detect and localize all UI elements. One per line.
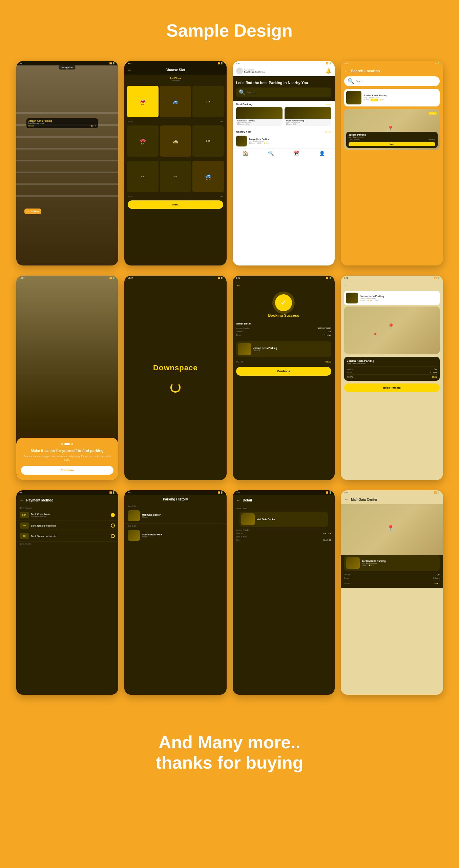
slot-item-empty1[interactable]: 🚙 bbox=[160, 86, 191, 117]
nav-profile[interactable]: 👤 bbox=[319, 151, 325, 156]
nearby-see-all[interactable]: See All bbox=[325, 131, 331, 133]
nearby-jordan-info: Jordan Keria Parking Ivory Elephant stre… bbox=[249, 138, 269, 144]
slot-header: ← Choose Slot bbox=[124, 65, 227, 75]
dbc-times-label: Times bbox=[347, 371, 352, 373]
search-back-btn[interactable]: ← bbox=[344, 68, 349, 74]
mapdetail-thumb bbox=[346, 293, 358, 303]
slot-item-a02[interactable]: 🚗 A-02 bbox=[127, 86, 159, 117]
onboard-dots bbox=[21, 443, 114, 445]
nav-calendar[interactable]: 📅 bbox=[293, 151, 299, 156]
slot-item-b05[interactable]: B-05 bbox=[127, 161, 159, 192]
nav-home[interactable]: 🏠 bbox=[243, 151, 248, 156]
book-parking-btn[interactable]: Book Parking bbox=[344, 383, 440, 392]
payment-bank-bni[interactable]: BNI Bank Negara Indonesia bbox=[16, 520, 119, 531]
slot-grid-3: B-05 B-06 🚙 B-08 bbox=[124, 159, 227, 194]
booking-back-btn[interactable]: ← bbox=[236, 283, 241, 288]
payment-bank-bca[interactable]: BCA Bank Central Asia Ivory Elephant str… bbox=[16, 510, 119, 520]
slot-available: 4 Available bbox=[128, 80, 223, 82]
bsy-radio[interactable] bbox=[111, 534, 115, 538]
slot-item-b01[interactable]: 🚗 B-01 bbox=[127, 125, 159, 157]
detail-datetime-label: Date & Time bbox=[236, 536, 247, 538]
onboard-continue-btn[interactable]: Continue bbox=[21, 466, 114, 475]
best-parking-see-all[interactable]: See All bbox=[325, 103, 331, 105]
istana-thumb bbox=[128, 530, 140, 541]
find-avatar bbox=[236, 67, 243, 74]
mall-price: $4/Hours bbox=[286, 123, 292, 125]
slot-item-b08[interactable]: 🚙 B-08 bbox=[192, 161, 224, 192]
slot-b08-label: B-08 bbox=[206, 178, 210, 180]
slot-car-occ: 🚕 bbox=[172, 138, 178, 144]
best-parking-title: Best Parking bbox=[236, 103, 253, 106]
booking-thumb-row: Jordan Keria Parking Slot A-02 bbox=[236, 341, 332, 357]
mall-back-btn[interactable]: ← bbox=[344, 497, 349, 502]
bca-sub: Ivory Elephant street bbox=[31, 515, 50, 517]
slot-car-b08: 🚙 bbox=[205, 173, 211, 178]
gaia-info: Mall Gaia Center 4 hours bbox=[142, 514, 161, 518]
search-bar-yellow[interactable]: 🔍 bbox=[344, 76, 440, 86]
slot-item-a08[interactable]: A-08 bbox=[192, 86, 224, 117]
mapdetail-header: ← bbox=[341, 280, 443, 290]
bca-info: BCA Bank Central Asia Ivory Elephant str… bbox=[20, 512, 50, 518]
slot-car-b01: 🚗 bbox=[140, 137, 146, 142]
slot-back-btn[interactable]: ← bbox=[128, 68, 132, 73]
search-result-card[interactable]: Jordan Keria Parking Ivory Elephant stre… bbox=[344, 89, 440, 106]
search-input-yellow[interactable] bbox=[356, 80, 436, 82]
mall-times-value: 4 Hours bbox=[433, 577, 439, 579]
booking-total-row: TOTAL $2.00 bbox=[233, 359, 335, 364]
bni-logo: BNI bbox=[20, 522, 29, 529]
dot-2-active bbox=[64, 443, 70, 445]
mapdetail-top-card[interactable]: Jordan Keria Parking Ivory Elephant stre… bbox=[344, 291, 440, 305]
history-item-istana[interactable]: Istana Grand Mall 5 hours bbox=[124, 528, 227, 543]
bni-radio[interactable] bbox=[111, 524, 115, 528]
mapdetail-card-info: Jordan Keria Parking Ivory Elephant stre… bbox=[360, 295, 384, 301]
detail-back-btn[interactable]: ← bbox=[236, 497, 241, 503]
parking-card-elia[interactable]: Elia Garder Parking Ivory Elephant stree… bbox=[236, 107, 283, 126]
booking-continue-btn[interactable]: Continue bbox=[236, 367, 332, 376]
detail-thumb-row: Mall Gaia Center bbox=[239, 512, 328, 527]
mapdetail-status-bar: 9:41 📶 🔋 bbox=[341, 276, 443, 280]
onboard-title: Make it easier for yourself to find park… bbox=[21, 449, 114, 453]
splash-logo: Downspace bbox=[153, 363, 197, 372]
dbc-vehicle-row: Vehicle Car bbox=[347, 368, 437, 370]
dbc-times-value: 4 Hours bbox=[430, 371, 437, 373]
slot-label-a02: A-02 bbox=[141, 103, 145, 105]
bca-radio[interactable] bbox=[111, 513, 115, 517]
nav-search[interactable]: 🔍 bbox=[268, 151, 274, 156]
slot-item-b04[interactable]: B-04 bbox=[192, 125, 224, 157]
tagline-line1: And Many more.. bbox=[155, 732, 303, 752]
bsy-logo: BSI bbox=[20, 533, 29, 539]
find-search-bar[interactable]: 🔍 bbox=[236, 87, 332, 97]
mapdetail-price: $5/hour bbox=[360, 299, 366, 301]
bottom-tagline: And Many more.. thanks for buying bbox=[155, 732, 303, 773]
parking-card-mall[interactable]: Mall Gozilas Parking Elloan Garden stree… bbox=[285, 107, 331, 126]
find-location-info: Your location San Diego, California bbox=[244, 69, 265, 73]
detail-slot-row: Slot Slot A-02 bbox=[236, 539, 332, 541]
mall-thumb bbox=[346, 557, 360, 569]
slot-next-button[interactable]: Next bbox=[128, 200, 223, 209]
detail-parking-name: Mall Gaia Center bbox=[257, 518, 275, 520]
mapdetail-meta: $5/hour ⭐ 4.4 1.24km bbox=[360, 299, 384, 301]
bca-logo: BCA bbox=[20, 512, 29, 518]
booking-thumb-info: Jordan Keria Parking Slot A-02 bbox=[253, 347, 277, 351]
screen-search-location: 9:41 📶 🔋 ← Search Location 🔍 Jordan Keri… bbox=[341, 61, 443, 265]
result-thumb bbox=[346, 91, 361, 104]
nearby-item-jordan[interactable]: Jordan Keria Parking Ivory Elephant stre… bbox=[236, 134, 332, 148]
history-item-gaia[interactable]: Mall Gaia Center 4 hours bbox=[124, 508, 227, 524]
booking-success-icon: ✓ bbox=[233, 294, 335, 311]
slot-item-b-occ[interactable]: 🚕 bbox=[160, 125, 191, 157]
screen-map-detail: 9:41 📶 🔋 ← Jordan Keria Parking Ivory El… bbox=[341, 276, 443, 480]
mall-meta: $4/Hours 1.3k bbox=[286, 123, 330, 125]
find-search-input[interactable] bbox=[247, 91, 329, 94]
map-next-btn[interactable]: Next bbox=[349, 142, 435, 146]
mapdetail-back-btn[interactable]: ← bbox=[344, 282, 349, 288]
slot-item-b06[interactable]: B-06 bbox=[160, 161, 191, 192]
mapdetail-pin-icon: 📍 bbox=[387, 323, 395, 331]
detail-invoice-label: Invoice Number bbox=[236, 529, 250, 531]
bell-icon[interactable]: 🔔 bbox=[326, 68, 331, 74]
history-date-1: Sep 5, 11 bbox=[124, 504, 227, 508]
payment-back-btn[interactable]: ← bbox=[20, 497, 24, 503]
detail-vehicle-label: Vehicle bbox=[236, 532, 243, 534]
payment-bank-bsy[interactable]: BSI Bank Syariah Indonesia bbox=[16, 531, 119, 541]
ar-rating: ⭐ 4.4 bbox=[91, 125, 96, 127]
payment-header: ← Payment Method bbox=[16, 495, 119, 506]
